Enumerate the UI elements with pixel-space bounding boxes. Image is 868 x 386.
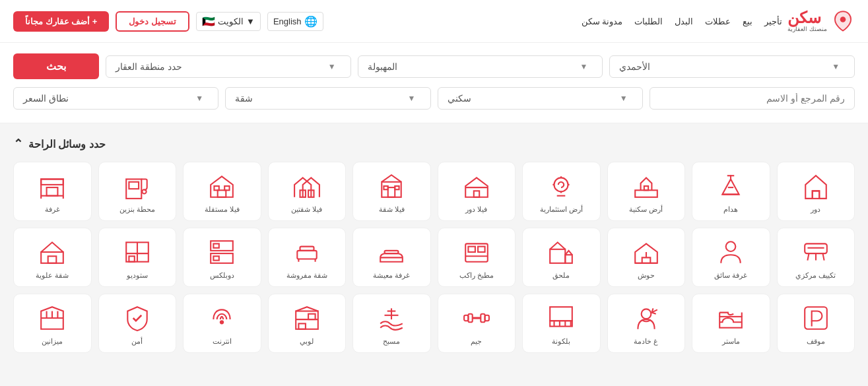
pool-icon <box>378 304 405 332</box>
amenity-label: هدام <box>723 205 738 214</box>
amenity-label: بلكونة <box>552 337 570 346</box>
search-area: بحث ▼ حدد منطقة العقار ▼ المهبولة ▼ الأح… <box>0 43 868 123</box>
logo-main-text: سكن <box>787 10 821 26</box>
amenity-item[interactable]: مطبخ راكب <box>438 228 516 287</box>
collapse-icon[interactable]: ⌃ <box>13 137 23 151</box>
annex-icon <box>547 238 575 266</box>
nav-badal[interactable]: البدل <box>675 16 693 26</box>
yard-icon <box>632 238 660 266</box>
amenity-item[interactable]: محطة بنزين <box>98 162 177 221</box>
amenity-item[interactable]: أمن <box>98 294 177 353</box>
amenity-item[interactable]: ملحق <box>522 228 601 287</box>
amenity-label: فيلا شقتين <box>291 205 322 214</box>
nav-talabat[interactable]: الطلبات <box>634 16 663 26</box>
property-type-dropdown[interactable]: ▼ شقة <box>225 87 430 110</box>
svg-rect-1 <box>813 191 820 199</box>
logo-icon <box>831 9 855 33</box>
amenity-item[interactable]: موقف <box>777 294 855 353</box>
amenity-item[interactable]: غرفة سائق <box>692 228 770 287</box>
amenity-label: غرفة معيشة <box>373 271 410 280</box>
amenity-item[interactable]: بلكونة <box>522 294 601 353</box>
amenity-item[interactable]: ستوديو <box>98 228 177 287</box>
svg-rect-8 <box>474 191 479 197</box>
nav-bay[interactable]: بيع <box>743 16 752 26</box>
district3-dropdown[interactable]: ▼ حدد منطقة العقار <box>106 55 351 78</box>
amenity-item[interactable]: شقة علوية <box>13 228 92 287</box>
country-selector[interactable]: ▼ الكويت 🇰🇼 <box>196 12 261 31</box>
kitchen-icon <box>463 238 490 266</box>
district3-label: حدد منطقة العقار <box>116 61 182 72</box>
svg-rect-16 <box>215 186 219 190</box>
svg-rect-59 <box>298 323 306 329</box>
svg-point-5 <box>554 177 568 191</box>
amenity-label: شقة مفروشة <box>286 271 327 280</box>
amenity-label: غرفة سائق <box>714 271 747 280</box>
header: سكن منصتك العقارية تأجير بيع عطلات البدل… <box>0 0 868 43</box>
nav-tajir[interactable]: تأجير <box>764 16 782 26</box>
amenity-item[interactable]: شقة مفروشة <box>268 228 347 287</box>
villa-floor-icon <box>463 172 490 200</box>
amenity-label: جيم <box>471 337 482 346</box>
amenity-label: ماستر <box>722 337 740 346</box>
svg-rect-37 <box>214 243 219 247</box>
amenity-item[interactable]: فيلا مستقلة <box>183 162 261 221</box>
amenity-item[interactable]: فيلا دور <box>438 162 516 221</box>
amenity-item[interactable]: دور <box>777 162 855 221</box>
amenity-label: مسبح <box>383 337 400 346</box>
amenity-item[interactable]: غرفة <box>13 162 92 221</box>
usage-label: سكني <box>448 93 471 104</box>
amenity-item[interactable]: ميزانين <box>13 294 92 353</box>
svg-rect-12 <box>395 186 399 189</box>
amenity-item[interactable]: دوبلكس <box>183 228 261 287</box>
amenity-item[interactable]: مسبح <box>352 294 431 353</box>
search-button[interactable]: بحث <box>13 53 99 79</box>
header-left: 🌐 English ▼ الكويت 🇰🇼 تسجيل دخول + أضف ع… <box>13 11 323 32</box>
amenity-item[interactable]: غرفة معيشة <box>352 228 431 287</box>
logo-text: سكن منصتك العقارية <box>787 10 827 33</box>
amenity-item[interactable]: ماستر <box>692 294 770 353</box>
svg-rect-30 <box>468 246 475 251</box>
amenity-label: انترنت <box>213 337 232 346</box>
login-button[interactable]: تسجيل دخول <box>116 11 189 32</box>
house-icon <box>802 172 830 200</box>
nav-blog[interactable]: مدونة سكن <box>582 16 623 26</box>
price-label: نطاق السعر <box>23 93 69 104</box>
amenity-item[interactable]: غ خادمة <box>607 294 686 353</box>
amenity-label: محطة بنزين <box>119 205 155 214</box>
flag-icon: 🇰🇼 <box>202 15 215 28</box>
amenity-item[interactable]: انترنت <box>183 294 261 353</box>
usage-type-dropdown[interactable]: ▼ سكني <box>438 87 643 110</box>
penthouse-icon <box>38 238 66 266</box>
svg-rect-42 <box>48 256 57 263</box>
amenity-item[interactable]: أرض استثمارية <box>522 162 601 221</box>
district2-label: المهبولة <box>368 61 397 72</box>
amenity-label: ملحق <box>552 271 570 280</box>
amenity-item[interactable]: حوش <box>607 228 686 287</box>
amenity-item[interactable]: هدام <box>692 162 770 221</box>
amenity-label: غرفة <box>45 205 60 214</box>
amenity-item[interactable]: جيم <box>438 294 516 353</box>
add-property-button[interactable]: + أضف عقارك مجاناً <box>13 11 109 32</box>
district1-dropdown[interactable]: ▼ الأحمدي <box>609 55 855 78</box>
amenity-item[interactable]: فيلا شقة <box>352 162 431 221</box>
nav-otlat[interactable]: عطلات <box>705 16 731 26</box>
svg-rect-55 <box>468 313 472 322</box>
amenity-item[interactable]: لوبي <box>268 294 347 353</box>
amenities-section: حدد وسائل الراحة ⌃ دور هدام أرض سكنية أر… <box>0 123 868 360</box>
amenity-item[interactable]: فيلا شقتين <box>268 162 347 221</box>
country-label: الكويت <box>218 16 244 26</box>
villa-independent-icon <box>208 172 236 200</box>
amenity-item[interactable]: أرض سكنية <box>607 162 686 221</box>
lang-selector[interactable]: 🌐 English <box>267 12 323 31</box>
maid-icon <box>632 304 660 332</box>
svg-rect-11 <box>384 186 388 189</box>
svg-rect-56 <box>481 313 484 322</box>
amenity-item[interactable]: تكييف مركزي <box>777 228 855 287</box>
chevron-down-icon: ▼ <box>620 94 628 103</box>
price-range-dropdown[interactable]: ▼ نطاق السعر <box>13 87 218 110</box>
search-row-1: بحث ▼ حدد منطقة العقار ▼ المهبولة ▼ الأح… <box>13 53 855 79</box>
ref-input[interactable] <box>650 87 855 110</box>
mezzanine-icon <box>38 304 66 332</box>
lang-label: English <box>273 16 302 26</box>
district2-dropdown[interactable]: ▼ المهبولة <box>358 55 603 78</box>
